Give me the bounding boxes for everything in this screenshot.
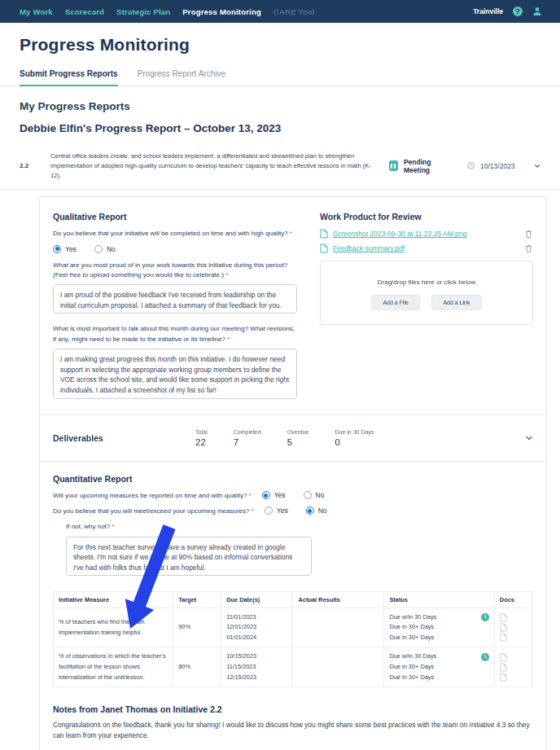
radio-no[interactable] [304, 491, 312, 499]
quantitative-q1-label: Will your upcoming measures be reported … [53, 492, 252, 499]
page-title: Progress Monitoring [20, 35, 560, 55]
due-dates-cell: 11/01/2023 12/01/2023 01/01/2024 [221, 607, 293, 647]
clock-teal-icon [481, 653, 489, 661]
why-not-label: If not, why not? [66, 522, 533, 532]
radio-no-label: No [316, 491, 325, 499]
col-docs: Docs [494, 591, 532, 607]
notes-title: Notes from Janet Thomas on Initiative 2.… [53, 704, 533, 714]
chevron-down-icon[interactable] [534, 162, 540, 170]
target-cell: 90% [173, 607, 221, 647]
stat-overdue: Overdue 5 [287, 429, 309, 447]
tab-submit-progress-reports[interactable]: Submit Progress Reports [20, 65, 118, 86]
col-initiative-measure: Initiative Measure [54, 591, 173, 607]
work-product-title: Work Product for Review [320, 212, 533, 221]
actual-results-cell [293, 607, 384, 647]
qualitative-q3-label: What is most important to talk about thi… [53, 324, 297, 344]
doc-icon[interactable] [500, 653, 507, 662]
table-header-row: Initiative Measure Target Due Date(s) Ac… [54, 591, 533, 607]
quantitative-q2-row: Do you believe that you will meet/exceed… [53, 507, 533, 515]
quantitative-report-section: Quantitative Report Will your upcoming m… [53, 474, 533, 578]
clock-teal-icon [481, 613, 489, 621]
qualitative-q1-radio-group: Yes No [53, 245, 297, 253]
delete-file-icon[interactable] [524, 243, 533, 253]
add-link-button[interactable]: Add a Link [431, 295, 481, 310]
initiative-status-label: Pending Meeting [404, 158, 450, 174]
table-row: % of observations in which the teacher's… [54, 647, 533, 687]
col-status: Status [384, 591, 494, 607]
initiative-date: 10/13/2023 [480, 162, 515, 170]
org-name: Trainville [473, 7, 503, 15]
file-dropzone[interactable]: Drag/drop files here or click below Add … [320, 261, 533, 325]
qualitative-report-section: Qualitative Report Do you believe that y… [53, 208, 297, 402]
radio-no-label: No [318, 507, 327, 515]
initiative-measures-table: Initiative Measure Target Due Date(s) Ac… [53, 591, 533, 687]
help-icon[interactable]: ? [513, 7, 523, 16]
initiative-row: 2.2 Central office leaders create, and s… [0, 145, 560, 190]
due-dates-cell: 10/15/2023 11/15/2023 12/15/2023 [221, 647, 293, 687]
file-row: Screenshot 2023-09-30 at 11.23.25 AM.png [320, 229, 533, 239]
radio-no-label: No [107, 245, 116, 253]
chevron-down-icon[interactable] [525, 434, 533, 442]
docs-cell [494, 647, 532, 687]
measure-cell: % of observations in which the teacher's… [54, 647, 173, 687]
tab-progress-report-archive[interactable]: Progress Report Archive [138, 65, 225, 86]
measure-cell: % of teachers who find the math implemen… [54, 607, 173, 647]
radio-yes[interactable] [53, 245, 61, 253]
stat-due-30-days: Due in 30 Days 0 [335, 429, 374, 447]
why-not-textarea[interactable]: For this next teacher survey, I have a s… [66, 537, 312, 576]
initiative-description: Central office leaders create, and schoo… [50, 151, 376, 180]
table-row: % of teachers who find the math implemen… [54, 607, 533, 647]
report-title: Debbie Elfin's Progress Report – October… [20, 122, 540, 134]
divider [40, 414, 546, 415]
file-icon [320, 243, 328, 253]
qualitative-report-title: Qualitative Report [53, 212, 297, 221]
section-title: My Progress Reports [20, 100, 540, 112]
file-link-screenshot[interactable]: Screenshot 2023-09-30 at 11.23.25 AM.png [333, 230, 466, 238]
col-target: Target [173, 591, 221, 607]
nav-item-strategic-plan[interactable]: Strategic Plan [116, 7, 170, 16]
radio-yes[interactable] [265, 507, 273, 515]
stat-total: Total 22 [195, 429, 208, 447]
doc-icon[interactable] [500, 673, 507, 682]
proud-of-textarea[interactable]: I am proud of the positive feedback I've… [53, 284, 297, 314]
clock-icon [467, 161, 475, 170]
notes-section: Notes from Janet Thomas on Initiative 2.… [53, 704, 533, 750]
radio-yes-label: Yes [65, 245, 77, 253]
file-icon [320, 229, 328, 239]
add-file-button[interactable]: Add a File [371, 295, 420, 310]
docs-cell [494, 607, 532, 647]
user-profile-icon[interactable] [532, 7, 542, 16]
file-row: Feedback summary.pdf [320, 243, 533, 253]
doc-icon[interactable] [500, 613, 507, 622]
qualitative-q2-label: What are you most proud of in your work … [53, 261, 297, 281]
radio-yes[interactable] [262, 491, 270, 499]
dropzone-text: Drag/drop files here or click below [329, 279, 524, 286]
nav-item-my-work[interactable]: My Work [20, 7, 53, 16]
nav-item-scorecard[interactable]: Scorecard [65, 7, 104, 16]
nav-item-care-tool[interactable]: CARE Tool [273, 7, 315, 16]
deliverables-title: Deliverables [53, 433, 195, 443]
notes-paragraph: Congratulations on the feedback, thank y… [53, 720, 533, 741]
nav-item-progress-monitoring[interactable]: Progress Monitoring [182, 7, 261, 16]
qualitative-q1-label: Do you believe that your initiative will… [53, 229, 297, 239]
status-cell: Due w/in 30 Days Due in 30+ Days Due in … [384, 607, 494, 647]
doc-icon[interactable] [500, 623, 507, 632]
progress-report-card: Qualitative Report Do you believe that y… [39, 196, 547, 750]
col-due-dates: Due Date(s) [221, 591, 293, 607]
stat-completed: Completed 7 [234, 429, 261, 447]
doc-icon[interactable] [500, 663, 507, 672]
target-cell: 80% [173, 647, 221, 687]
quantitative-q1-row: Will your upcoming measures be reported … [53, 491, 533, 499]
delete-file-icon[interactable] [524, 229, 533, 239]
quantitative-q2-label: Do you believe that you will meet/exceed… [53, 507, 254, 515]
pause-status-icon [389, 160, 398, 171]
discussion-topics-textarea[interactable]: I am making great progress this month on… [53, 349, 297, 399]
top-navigation: My Work Scorecard Strategic Plan Progres… [0, 0, 560, 23]
radio-yes-label: Yes [274, 491, 286, 499]
file-link-feedback-summary[interactable]: Feedback summary.pdf [333, 244, 405, 252]
radio-no[interactable] [94, 245, 103, 253]
doc-icon[interactable] [500, 633, 507, 642]
radio-no[interactable] [306, 507, 314, 515]
work-product-section: Work Product for Review Screenshot 2023-… [320, 208, 533, 402]
tab-bar: Submit Progress Reports Progress Report … [0, 65, 560, 86]
